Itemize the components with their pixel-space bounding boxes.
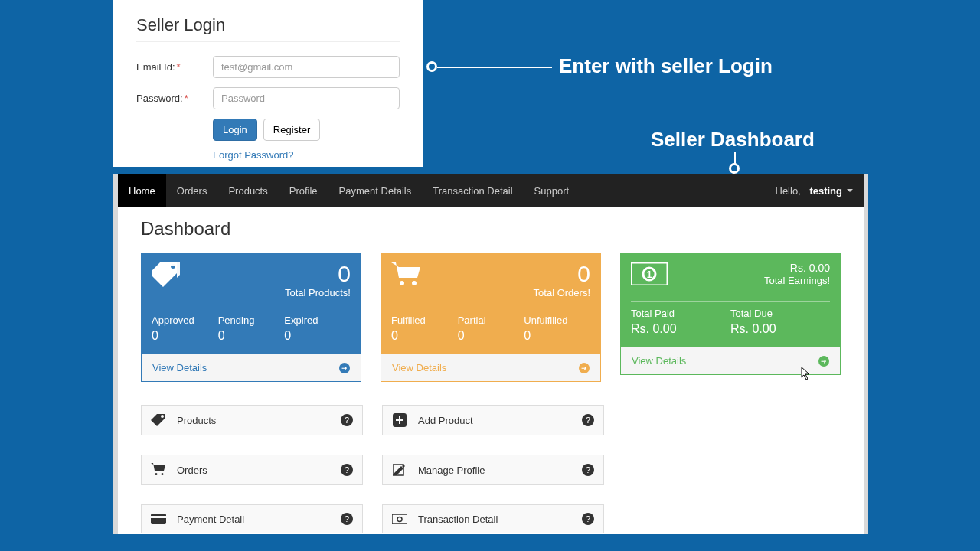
cart-icon: [391, 262, 422, 295]
svg-text:1: 1: [647, 269, 652, 280]
card-icon: [151, 514, 166, 524]
plus-icon: [392, 413, 407, 427]
forgot-password-link[interactable]: Forgot Password?: [213, 149, 294, 161]
stat-card-orders: 0 Total Orders! Fulfilled0 Partial0 Unfu…: [381, 253, 601, 382]
help-icon[interactable]: ?: [582, 414, 594, 426]
stat-card-earnings: 1 Rs. 0.00 Total Earnings! Total PaidRs.…: [620, 253, 841, 382]
nav-transaction-detail[interactable]: Transaction Detail: [422, 174, 523, 207]
help-icon[interactable]: ?: [341, 464, 353, 476]
cart-icon: [151, 463, 166, 477]
user-menu[interactable]: Hello, testing: [765, 185, 864, 197]
chevron-down-icon: [847, 189, 853, 192]
nav-orders[interactable]: Orders: [166, 174, 218, 207]
arrow-right-icon: ➜: [339, 363, 350, 373]
link-transaction-detail[interactable]: Transaction Detail ?: [382, 504, 604, 533]
annotation-login: Enter with seller Login: [559, 54, 773, 78]
register-button[interactable]: Register: [263, 119, 320, 141]
callout-line: [437, 67, 552, 68]
money-icon: 1: [631, 262, 668, 292]
email-label: Email Id:*: [136, 61, 213, 73]
money-icon: [392, 514, 407, 524]
orders-label: Total Orders!: [534, 287, 590, 298]
seller-login-panel: Seller Login Email Id:* Password:* Login…: [113, 0, 423, 167]
stat-card-products: 0 Total Products! Approved0 Pending0 Exp…: [141, 253, 361, 382]
callout-marker: [426, 61, 437, 72]
svg-point-10: [397, 517, 402, 521]
tag-icon: [151, 414, 166, 426]
login-title: Seller Login: [136, 15, 400, 35]
callout-marker: [729, 163, 740, 174]
navbar: Home Orders Products Profile Payment Det…: [118, 174, 864, 207]
orders-count: 0: [534, 262, 590, 285]
divider: [136, 41, 400, 42]
link-orders[interactable]: Orders ?: [141, 455, 363, 485]
earnings-value: Rs. 0.00: [764, 262, 830, 273]
link-add-product[interactable]: Add Product ?: [382, 405, 604, 435]
help-icon[interactable]: ?: [582, 513, 594, 525]
view-details-products[interactable]: View Details ➜: [141, 354, 361, 382]
seller-dashboard: Home Orders Products Profile Payment Det…: [113, 174, 868, 534]
help-icon[interactable]: ?: [341, 513, 353, 525]
help-icon[interactable]: ?: [582, 464, 594, 476]
arrow-right-icon: ➜: [818, 356, 829, 367]
edit-icon: [392, 463, 407, 477]
link-manage-profile[interactable]: Manage Profile ?: [382, 455, 604, 485]
arrow-right-icon: ➜: [579, 363, 590, 373]
annotation-dashboard: Seller Dashboard: [651, 128, 815, 152]
page-title: Dashboard: [141, 218, 841, 240]
help-icon[interactable]: ?: [341, 414, 353, 426]
nav-profile[interactable]: Profile: [279, 174, 328, 207]
link-products[interactable]: Products ?: [141, 405, 363, 435]
link-payment-detail[interactable]: Payment Detail ?: [141, 504, 363, 533]
password-label: Password:*: [136, 93, 213, 104]
nav-home[interactable]: Home: [118, 174, 166, 207]
svg-rect-5: [396, 419, 403, 421]
view-details-orders[interactable]: View Details ➜: [381, 354, 601, 382]
svg-rect-7: [151, 514, 166, 524]
svg-rect-9: [392, 514, 407, 524]
nav-payment-details[interactable]: Payment Details: [328, 174, 423, 207]
password-field[interactable]: [213, 87, 400, 109]
email-field[interactable]: [213, 56, 400, 78]
products-count: 0: [285, 262, 351, 285]
nav-products[interactable]: Products: [217, 174, 278, 207]
tags-icon: [152, 262, 184, 293]
view-details-earnings[interactable]: View Details ➜: [620, 347, 841, 375]
nav-support[interactable]: Support: [524, 174, 580, 207]
products-label: Total Products!: [285, 287, 351, 298]
login-button[interactable]: Login: [213, 119, 257, 141]
earnings-label: Total Earnings!: [764, 275, 830, 286]
svg-rect-8: [151, 516, 166, 518]
